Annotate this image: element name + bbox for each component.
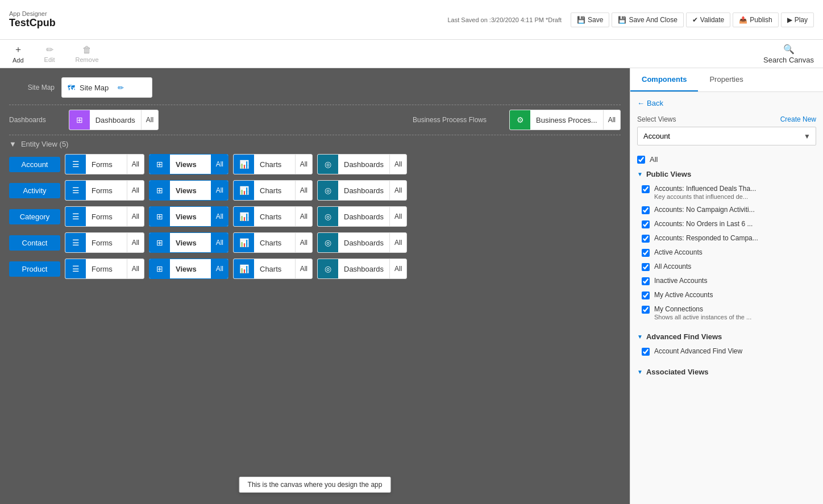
public-view-checkbox-7[interactable]: [642, 291, 650, 299]
entity-dashboards-card-0[interactable]: ◎ Dashboards All: [317, 154, 407, 174]
forms-all-1[interactable]: All: [127, 181, 144, 200]
views-all-4[interactable]: All: [211, 259, 228, 278]
advanced-find-label: Advanced Find Views: [646, 332, 722, 341]
dashboards-e-all-1[interactable]: All: [389, 181, 406, 200]
tab-properties[interactable]: Properties: [698, 68, 754, 91]
entity-views-card-3[interactable]: ⊞ Views All: [149, 232, 228, 253]
publish-button[interactable]: 📤 Publish: [733, 13, 778, 27]
all-checkbox[interactable]: [637, 156, 645, 164]
public-view-checkbox-4[interactable]: [642, 249, 650, 257]
entity-name-btn-account[interactable]: Account: [9, 157, 60, 172]
edit-button[interactable]: ✏ Edit: [41, 43, 59, 64]
entity-dashboards-card-3[interactable]: ◎ Dashboards All: [317, 232, 407, 253]
charts-all-4[interactable]: All: [295, 259, 312, 278]
public-view-item: Active Accounts: [639, 245, 816, 260]
associated-views-chevron: ▼: [637, 369, 643, 375]
create-new-link[interactable]: Create New: [780, 115, 816, 123]
charts-all-0[interactable]: All: [295, 155, 312, 174]
dashboards-e-all-0[interactable]: All: [389, 155, 406, 174]
entity-name-btn-category[interactable]: Category: [9, 209, 60, 224]
views-label-0: Views: [170, 160, 211, 169]
entity-dashboards-card-1[interactable]: ◎ Dashboards All: [317, 180, 407, 201]
advanced-find-header[interactable]: ▼ Advanced Find Views: [637, 329, 816, 344]
dashboards-e-label-2: Dashboards: [338, 213, 389, 221]
entity-name-btn-contact[interactable]: Contact: [9, 235, 60, 251]
save-button[interactable]: 💾 Save: [571, 13, 609, 27]
entity-charts-card-0[interactable]: 📊 Charts All: [233, 154, 313, 174]
add-button[interactable]: ＋ Add: [9, 43, 27, 65]
bpf-card[interactable]: ⚙ Business Proces... All: [509, 110, 621, 130]
public-view-checkbox-1[interactable]: [642, 206, 650, 214]
remove-icon: 🗑: [82, 45, 92, 55]
play-button[interactable]: ▶ Play: [781, 13, 814, 27]
validate-button[interactable]: ✔ Validate: [686, 13, 730, 27]
charts-all-1[interactable]: All: [295, 181, 312, 200]
entity-charts-card-4[interactable]: 📊 Charts All: [233, 259, 313, 279]
entity-forms-card-1[interactable]: ☰ Forms All: [65, 180, 144, 201]
public-view-checkbox-3[interactable]: [642, 235, 650, 243]
dashboards-e-all-2[interactable]: All: [389, 207, 406, 226]
views-all-2[interactable]: All: [211, 207, 228, 226]
entity-name-btn-activity[interactable]: Activity: [9, 183, 60, 198]
bpf-all-btn[interactable]: All: [603, 110, 620, 130]
charts-all-3[interactable]: All: [295, 233, 312, 252]
remove-button[interactable]: 🗑 Remove: [72, 44, 102, 64]
dashboards-all-btn[interactable]: All: [141, 110, 158, 130]
entity-charts-card-1[interactable]: 📊 Charts All: [233, 180, 313, 201]
sitemap-card[interactable]: 🗺 Site Map ✏: [61, 77, 152, 98]
entity-forms-card-2[interactable]: ☰ Forms All: [65, 206, 144, 227]
validate-icon: ✔: [692, 16, 698, 24]
entity-dashboards-card-2[interactable]: ◎ Dashboards All: [317, 206, 407, 227]
dashboards-bpf-row: Dashboards ⊞ Dashboards All Business Pro…: [9, 110, 621, 130]
dashboards-e-all-4[interactable]: All: [389, 259, 406, 278]
edit-icon: ✏: [46, 44, 53, 55]
entity-charts-card-3[interactable]: 📊 Charts All: [233, 232, 313, 253]
public-view-title-1: Accounts: No Campaign Activiti...: [654, 206, 755, 214]
advanced-view-checkbox-0[interactable]: [642, 348, 650, 356]
main-container: Site Map 🗺 Site Map ✏ Dashboards ⊞ Dashb…: [0, 68, 823, 504]
views-all-1[interactable]: All: [211, 181, 228, 200]
forms-all-4[interactable]: All: [127, 259, 144, 278]
charts-all-2[interactable]: All: [295, 207, 312, 226]
public-view-checkbox-2[interactable]: [642, 220, 650, 228]
views-all-0[interactable]: All: [211, 155, 228, 174]
forms-all-2[interactable]: All: [127, 207, 144, 226]
all-checkbox-row: All: [637, 152, 816, 166]
tab-components[interactable]: Components: [630, 68, 698, 91]
public-view-checkbox-0[interactable]: [642, 185, 650, 193]
entity-forms-card-0[interactable]: ☰ Forms All: [65, 154, 144, 174]
dashboards-e-all-3[interactable]: All: [389, 233, 406, 252]
associated-views-header[interactable]: ▼ Associated Views: [637, 364, 816, 380]
back-button[interactable]: ← Back: [637, 99, 816, 107]
entity-charts-card-2[interactable]: 📊 Charts All: [233, 206, 313, 227]
entity-forms-card-3[interactable]: ☰ Forms All: [65, 232, 144, 253]
search-canvas-button[interactable]: 🔍 Search Canvas: [763, 44, 814, 64]
collapse-icon[interactable]: ▼: [9, 140, 16, 148]
public-view-title-4: Active Accounts: [654, 248, 703, 256]
entity-views-card-4[interactable]: ⊞ Views All: [149, 259, 228, 279]
public-view-checkbox-5[interactable]: [642, 263, 650, 271]
entity-dashboards-card-4[interactable]: ◎ Dashboards All: [317, 259, 407, 279]
public-view-checkbox-8[interactable]: [642, 306, 650, 314]
public-view-text-2: Accounts: No Orders in Last 6 ...: [654, 220, 753, 228]
public-views-label: Public Views: [646, 170, 691, 178]
account-dropdown[interactable]: Account: [637, 127, 816, 145]
save-close-button[interactable]: 💾 Save And Close: [612, 13, 683, 27]
advanced-find-section: ▼ Advanced Find Views Account Advanced F…: [637, 329, 816, 359]
views-all-3[interactable]: All: [211, 233, 228, 252]
entity-name-btn-product[interactable]: Product: [9, 261, 60, 277]
forms-all-3[interactable]: All: [127, 233, 144, 252]
sitemap-edit-icon[interactable]: ✏: [118, 84, 124, 92]
public-view-checkbox-6[interactable]: [642, 277, 650, 285]
app-designer-label: App Designer: [9, 10, 56, 17]
dashboards-card[interactable]: ⊞ Dashboards All: [69, 110, 159, 130]
public-views-header[interactable]: ▼ Public Views: [637, 166, 816, 182]
entity-views-card-2[interactable]: ⊞ Views All: [149, 206, 228, 227]
entity-views-card-1[interactable]: ⊞ Views All: [149, 180, 228, 201]
public-view-text-5: All Accounts: [654, 263, 691, 270]
public-view-item: My Connections Shows all active instance…: [639, 302, 816, 323]
forms-all-0[interactable]: All: [127, 155, 144, 174]
entity-views-card-0[interactable]: ⊞ Views All: [149, 154, 228, 174]
views-icon-0: ⊞: [149, 154, 170, 174]
entity-forms-card-4[interactable]: ☰ Forms All: [65, 259, 144, 279]
